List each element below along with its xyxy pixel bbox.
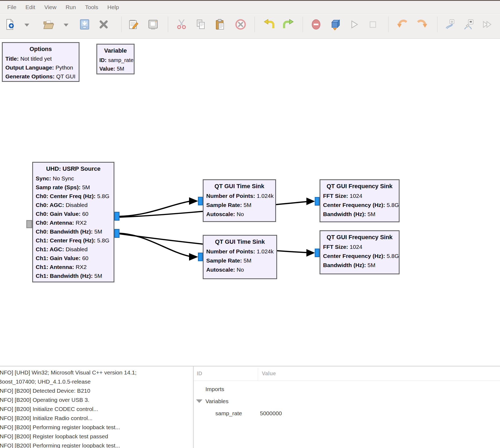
connection-usrp-to-time-sink-1[interactable]: [119, 197, 198, 216]
freq-sink-2-input-port[interactable]: [315, 249, 320, 257]
block-time-sink-1[interactable]: QT GUI Time Sink Number of Points:1.024k…: [203, 179, 276, 222]
block-uhd-usrp-source[interactable]: UHD: USRP Source Sync:No Sync Samp rate …: [32, 162, 114, 282]
inspector-row-label: Imports: [205, 383, 224, 395]
block-param: ID:samp_rate: [97, 56, 134, 64]
usrp-output-port-1[interactable]: [114, 229, 119, 238]
inspector-row-label: samp_rate: [215, 407, 242, 419]
inspector-row-value: 5000000: [260, 407, 282, 419]
console-panel-divider[interactable]: [193, 366, 194, 448]
log-line: INFO] [B200] Initialize CODEC control...: [0, 405, 193, 414]
block-param: FFT Size:1024: [320, 191, 399, 201]
inspector-row-label: Variables: [205, 395, 229, 407]
block-param: Bandwidth (Hz):5M: [320, 210, 399, 219]
time-sink-2-input-port[interactable]: [198, 253, 203, 261]
block-param: Generate Options:QT GUI: [3, 72, 79, 81]
inspector-row-samp-rate[interactable]: samp_rate 5000000: [194, 407, 500, 419]
inspector-row-imports[interactable]: Imports: [194, 383, 500, 395]
block-title: QT GUI Frequency Sink: [320, 180, 399, 191]
log-line: Boost_107400; UHD_4.1.0.5-release: [0, 377, 193, 386]
block-title: QT GUI Frequency Sink: [320, 231, 399, 242]
log-line: INFO] [B200] Performing register loopbac…: [0, 423, 193, 432]
block-param: Ch0: AGC:Disabled: [33, 201, 114, 209]
block-param: Sync:No Sync: [33, 174, 114, 183]
usrp-command-input-port[interactable]: [26, 220, 32, 228]
log-line: INFO] [UHD] Win32; Microsoft Visual C++ …: [0, 368, 193, 377]
inspector-row-variables[interactable]: Variables: [194, 395, 500, 407]
block-title: QT GUI Time Sink: [204, 180, 275, 191]
block-param: Autoscale:No: [204, 210, 275, 219]
log-line: INFO] [B200] Detected Device: B210: [0, 386, 193, 395]
block-title: QT GUI Time Sink: [204, 236, 276, 247]
log-line: INFO] [B200] Initialize Radio control...: [0, 414, 193, 423]
block-param: Value:5M: [97, 64, 134, 73]
block-param: Number of Points:1.024k: [204, 247, 276, 256]
inspector-header: ID Value: [194, 366, 500, 381]
block-param: Samp rate (Sps):5M: [33, 183, 114, 192]
block-param: Ch0: Bandwidth (Hz):5M: [33, 227, 114, 236]
inspector-header-value[interactable]: Value: [262, 366, 276, 381]
log-line: INFO] [B200] Performing register loopbac…: [0, 441, 193, 448]
block-param: Sample Rate:5M: [204, 256, 276, 265]
block-param: Ch1: Gain Value:60: [33, 254, 114, 263]
freq-sink-1-input-port[interactable]: [315, 197, 320, 206]
block-freq-sink-1[interactable]: QT GUI Frequency Sink FFT Size:1024 Cent…: [320, 179, 400, 222]
block-param: Number of Points:1.024k: [204, 191, 275, 201]
variable-inspector: ID Value Imports Variables samp_rate 500…: [194, 366, 500, 448]
block-title: UHD: USRP Source: [33, 163, 114, 174]
inspector-header-id[interactable]: ID: [197, 366, 202, 381]
block-title: Options: [3, 43, 79, 54]
block-variable[interactable]: Variable ID:samp_rate Value:5M: [96, 44, 135, 74]
block-param: Ch0: Gain Value:60: [33, 209, 114, 218]
block-title: Variable: [97, 45, 134, 56]
inspector-column-divider: [258, 368, 258, 381]
block-param: Ch1: Antenna:RX2: [33, 263, 114, 271]
block-options[interactable]: Options Title:Not titled yet Output Lang…: [2, 42, 79, 82]
time-sink-1-input-port[interactable]: [198, 197, 203, 205]
block-param: Center Frequency (Hz):5.8G: [320, 201, 399, 210]
block-time-sink-2[interactable]: QT GUI Time Sink Number of Points:1.024k…: [203, 235, 277, 279]
log-line: INFO] [B200] Register loopback test pass…: [0, 432, 193, 441]
block-param: Ch0: Center Freq (Hz):5.8G: [33, 192, 114, 201]
block-param: Ch1: Bandwidth (Hz):5M: [33, 271, 114, 280]
block-param: Output Language:Python: [3, 63, 79, 72]
usrp-output-port-0[interactable]: [114, 212, 119, 221]
log-line: INFO] [B200] Operating over USB 3.: [0, 395, 193, 405]
console-log-pane: INFO] [UHD] Win32; Microsoft Visual C++ …: [0, 366, 193, 448]
expander-triangle-icon[interactable]: [196, 399, 202, 403]
block-param: Center Frequency (Hz):5.8G: [320, 252, 399, 261]
block-param: Title:Not titled yet: [3, 54, 79, 63]
block-freq-sink-2[interactable]: QT GUI Frequency Sink FFT Size:1024 Cent…: [320, 230, 400, 274]
block-param: Bandwidth (Hz):5M: [320, 261, 399, 270]
block-param: Sample Rate:5M: [204, 201, 275, 210]
block-param: FFT Size:1024: [320, 242, 399, 252]
block-param: Autoscale:No: [204, 265, 276, 274]
block-param: Ch1: AGC:Disabled: [33, 245, 114, 254]
block-param: Ch1: Center Freq (Hz):5.8G: [33, 236, 114, 245]
connection-usrp-to-time-sink-2[interactable]: [119, 233, 198, 261]
block-param: Ch0: Antenna:RX2: [33, 218, 114, 227]
